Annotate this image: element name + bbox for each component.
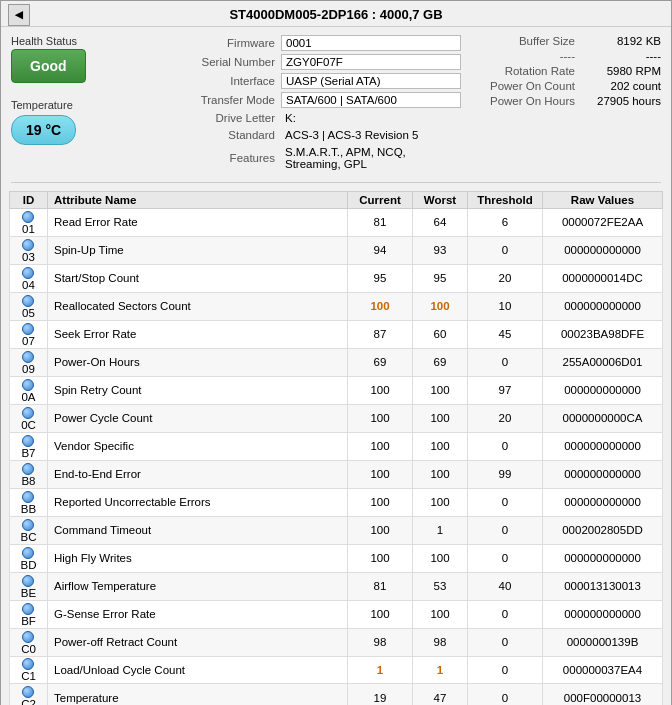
health-temp-panel: Health Status Good Temperature 19 °C xyxy=(11,35,171,174)
cell-id: 0A xyxy=(10,376,48,404)
cell-threshold: 20 xyxy=(468,264,543,292)
table-row[interactable]: 0CPower Cycle Count100100200000000000CA xyxy=(10,404,663,432)
table-row[interactable]: BFG-Sense Error Rate1001000000000000000 xyxy=(10,600,663,628)
table-row[interactable]: 05Reallocated Sectors Count1001001000000… xyxy=(10,292,663,320)
status-dot xyxy=(22,519,34,531)
title-bar: ◀ ST4000DM005-2DP166 : 4000,7 GB xyxy=(1,1,671,27)
status-dot xyxy=(22,463,34,475)
standard-label: Standard xyxy=(181,129,281,141)
cell-worst: 100 xyxy=(413,544,468,572)
cell-current: 94 xyxy=(348,236,413,264)
table-row[interactable]: C0Power-off Retract Count989800000000139… xyxy=(10,628,663,656)
status-dot xyxy=(22,547,34,559)
back-button[interactable]: ◀ xyxy=(8,4,30,26)
cell-threshold: 0 xyxy=(468,600,543,628)
cell-id: 09 xyxy=(10,348,48,376)
cell-current: 81 xyxy=(348,209,413,237)
cell-current: 95 xyxy=(348,264,413,292)
health-status-button[interactable]: Good xyxy=(11,49,86,83)
table-row[interactable]: B8End-to-End Error10010099000000000000 xyxy=(10,460,663,488)
buffer-value: 8192 KB xyxy=(581,35,661,47)
smart-table: ID Attribute Name Current Worst Threshol… xyxy=(9,191,663,705)
standard-value: ACS-3 | ACS-3 Revision 5 xyxy=(281,128,461,142)
transfer-row: Transfer Mode SATA/600 | SATA/600 xyxy=(181,92,461,108)
cell-threshold: 0 xyxy=(468,432,543,460)
cell-current: 87 xyxy=(348,320,413,348)
status-dot xyxy=(22,686,34,698)
cell-id: BF xyxy=(10,600,48,628)
status-dot xyxy=(22,658,34,670)
cell-id: C0 xyxy=(10,628,48,656)
col-threshold: Threshold xyxy=(468,192,543,209)
cell-worst: 100 xyxy=(413,432,468,460)
table-header: ID Attribute Name Current Worst Threshol… xyxy=(10,192,663,209)
cell-name: Spin Retry Count xyxy=(48,376,348,404)
cell-worst: 95 xyxy=(413,264,468,292)
col-raw: Raw Values xyxy=(543,192,663,209)
cell-name: Reallocated Sectors Count xyxy=(48,292,348,320)
temperature-label: Temperature xyxy=(11,99,171,111)
cell-current: 100 xyxy=(348,292,413,320)
features-row: Features S.M.A.R.T., APM, NCQ, Streaming… xyxy=(181,145,461,171)
cell-raw: 000000000000 xyxy=(543,488,663,516)
status-dot xyxy=(22,379,34,391)
cell-raw: 000F00000013 xyxy=(543,684,663,705)
table-row[interactable]: BBReported Uncorrectable Errors100100000… xyxy=(10,488,663,516)
cell-name: Temperature xyxy=(48,684,348,705)
buffer-row: Buffer Size 8192 KB xyxy=(471,35,671,47)
table-row[interactable]: BCCommand Timeout100100002002805DD xyxy=(10,516,663,544)
cell-id: 03 xyxy=(10,236,48,264)
table-row[interactable]: 03Spin-Up Time94930000000000000 xyxy=(10,236,663,264)
cell-raw: 000000000000 xyxy=(543,236,663,264)
table-row[interactable]: C1Load/Unload Cycle Count110000000037EA4 xyxy=(10,656,663,684)
features-value: S.M.A.R.T., APM, NCQ, Streaming, GPL xyxy=(281,145,461,171)
serial-value: ZGY0F07F xyxy=(281,54,461,70)
cell-raw: 000000000000 xyxy=(543,600,663,628)
table-row[interactable]: 01Read Error Rate816460000072FE2AA xyxy=(10,209,663,237)
cell-raw: 000000000000 xyxy=(543,292,663,320)
table-row[interactable]: B7Vendor Specific1001000000000000000 xyxy=(10,432,663,460)
cell-id: BD xyxy=(10,544,48,572)
power-count-row: Power On Count 202 count xyxy=(471,80,671,92)
cell-threshold: 0 xyxy=(468,488,543,516)
firmware-row: Firmware 0001 xyxy=(181,35,461,51)
table-row[interactable]: 0ASpin Retry Count10010097000000000000 xyxy=(10,376,663,404)
cell-name: Power-off Retract Count xyxy=(48,628,348,656)
cell-name: High Fly Writes xyxy=(48,544,348,572)
col-name: Attribute Name xyxy=(48,192,348,209)
features-label: Features xyxy=(181,152,281,164)
status-dot xyxy=(22,631,34,643)
cell-threshold: 0 xyxy=(468,656,543,684)
cell-threshold: 45 xyxy=(468,320,543,348)
cell-threshold: 0 xyxy=(468,516,543,544)
cell-current: 69 xyxy=(348,348,413,376)
cell-id: BB xyxy=(10,488,48,516)
table-body: 01Read Error Rate816460000072FE2AA03Spin… xyxy=(10,209,663,706)
table-row[interactable]: 07Seek Error Rate87604500023BA98DFE xyxy=(10,320,663,348)
cell-threshold: 0 xyxy=(468,628,543,656)
health-label: Health Status xyxy=(11,35,171,47)
cell-name: Read Error Rate xyxy=(48,209,348,237)
cell-worst: 60 xyxy=(413,320,468,348)
cell-worst: 69 xyxy=(413,348,468,376)
serial-row: Serial Number ZGY0F07F xyxy=(181,54,461,70)
cell-name: Load/Unload Cycle Count xyxy=(48,656,348,684)
table-row[interactable]: 09Power-On Hours69690255A00006D01 xyxy=(10,348,663,376)
cell-name: Spin-Up Time xyxy=(48,236,348,264)
cell-threshold: 99 xyxy=(468,460,543,488)
cell-raw: 0002002805DD xyxy=(543,516,663,544)
cell-id: 05 xyxy=(10,292,48,320)
transfer-label: Transfer Mode xyxy=(181,94,281,106)
table-row[interactable]: BEAirflow Temperature815340000013130013 xyxy=(10,572,663,600)
firmware-value: 0001 xyxy=(281,35,461,51)
cell-name: Start/Stop Count xyxy=(48,264,348,292)
table-row[interactable]: 04Start/Stop Count9595200000000014DC xyxy=(10,264,663,292)
cell-worst: 100 xyxy=(413,600,468,628)
cell-worst: 1 xyxy=(413,656,468,684)
table-row[interactable]: BDHigh Fly Writes1001000000000000000 xyxy=(10,544,663,572)
table-row[interactable]: C2Temperature19470000F00000013 xyxy=(10,684,663,705)
rotation-value: 5980 RPM xyxy=(581,65,661,77)
cell-worst: 64 xyxy=(413,209,468,237)
status-dot xyxy=(22,435,34,447)
power-hours-row: Power On Hours 27905 hours xyxy=(471,95,671,107)
